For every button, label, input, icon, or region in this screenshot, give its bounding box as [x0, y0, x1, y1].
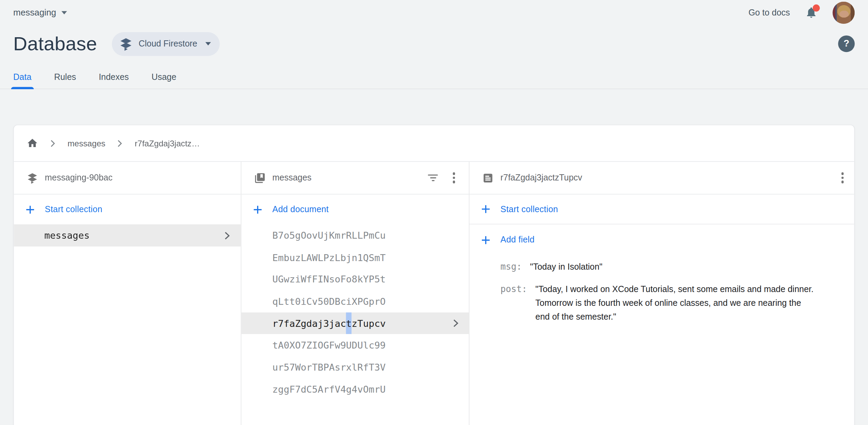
document-list: B7o5gOovUjKmrRLLPmCuEmbuzLAWLPzLbjn1QSmT…	[241, 224, 469, 400]
document-row[interactable]: qLtt0iCv50DBciXPGprO	[241, 290, 469, 312]
document-row[interactable]: ur57WorTBPAsrxlRfT3V	[241, 356, 469, 378]
collection-icon	[254, 172, 266, 184]
collection-panel: messages Add document B7o5gOovUjKmrRLLP	[241, 162, 469, 425]
plus-icon	[481, 235, 490, 245]
account-avatar[interactable]	[833, 1, 855, 23]
topbar: messaging Go to docs	[0, 0, 868, 25]
tab-data[interactable]: Data	[13, 65, 32, 89]
document-id: zTupcv	[352, 312, 386, 334]
document-panel-title: r7faZgdaj3jactzTupcv	[500, 173, 582, 183]
root-panel: messaging-90bac Start collection message…	[14, 162, 241, 425]
add-document-button[interactable]: Add document	[241, 195, 469, 225]
notification-badge	[813, 4, 820, 12]
filter-icon	[428, 174, 438, 182]
breadcrumb-document[interactable]: r7faZgdaj3jactz…	[135, 138, 200, 148]
document-id: qLtt0iCv50DBciXPGprO	[272, 290, 385, 312]
start-collection-button[interactable]: Start collection	[14, 195, 241, 225]
document-id: UGwziWfFINsoFo8kYP5t	[272, 268, 385, 290]
document-row[interactable]: zggF7dC5ArfV4g4vOmrU	[241, 378, 469, 400]
project-name: messaging	[13, 8, 56, 18]
document-id: r7faZgdaj3jac	[272, 312, 346, 334]
help-button[interactable]: ?	[838, 35, 855, 52]
firestore-data-card: messages r7faZgdaj3jactz… messaging-90ba…	[13, 125, 855, 425]
firestore-database-icon	[27, 172, 38, 184]
collection-panel-title: messages	[272, 173, 311, 183]
plus-icon	[253, 205, 262, 214]
plus-icon	[481, 205, 490, 214]
product-selector[interactable]: Cloud Firestore	[112, 32, 220, 55]
tab-rules[interactable]: Rules	[54, 65, 76, 89]
page-title: Database	[13, 33, 97, 55]
breadcrumb: messages r7faZgdaj3jactz…	[14, 125, 854, 162]
chevron-down-icon	[205, 42, 211, 45]
database-name: messaging-90bac	[45, 173, 113, 183]
project-switcher[interactable]: messaging	[13, 8, 67, 18]
chevron-right-icon	[452, 312, 459, 334]
breadcrumb-chevron-icon	[50, 139, 55, 147]
document-id: zggF7dC5ArfV4g4vOmrU	[272, 378, 385, 400]
field-key: msg:	[500, 260, 522, 273]
root-panel-header: messaging-90bac	[14, 162, 241, 195]
tab-bar: Data Rules Indexes Usage	[0, 65, 868, 89]
firestore-panels: messaging-90bac Start collection message…	[14, 161, 854, 425]
document-menu-button[interactable]	[835, 170, 850, 185]
document-row[interactable]: r7faZgdaj3jactzTupcv	[241, 312, 469, 334]
document-row[interactable]: UGwziWfFINsoFo8kYP5t	[241, 268, 469, 290]
plus-icon	[25, 205, 35, 214]
document-id: B7o5gOovUjKmrRLLPmCu	[272, 224, 385, 246]
breadcrumb-collection[interactable]: messages	[67, 138, 105, 148]
breadcrumb-chevron-icon	[118, 139, 123, 147]
document-panel: r7faZgdaj3jactzTupcv Start collection	[469, 162, 854, 425]
collection-row-messages[interactable]: messages	[14, 224, 241, 246]
document-row[interactable]: B7o5gOovUjKmrRLLPmCu	[241, 224, 469, 246]
highlighted-character: t	[346, 312, 351, 334]
document-id: EmbuzLAWLPzLbjn1QSmT	[272, 246, 385, 268]
add-field-button[interactable]: Add field	[469, 224, 854, 255]
collection-menu-button[interactable]	[447, 170, 461, 185]
tab-indexes[interactable]: Indexes	[99, 65, 129, 89]
product-selector-label: Cloud Firestore	[139, 39, 197, 49]
document-icon	[482, 172, 494, 184]
field-list: msg: "Today in Isolation" post: "Today, …	[469, 255, 854, 323]
field-row-post[interactable]: post: "Today, I worked on XCode Tutorial…	[500, 282, 843, 324]
document-row[interactable]: tA0XO7ZIOGFw9UDUlc99	[241, 334, 469, 356]
field-key: post:	[500, 282, 527, 296]
collection-panel-header: messages	[241, 162, 469, 195]
chevron-down-icon	[62, 11, 67, 14]
go-to-docs-link[interactable]: Go to docs	[749, 8, 790, 18]
start-collection-button[interactable]: Start collection	[469, 195, 854, 225]
field-row-msg[interactable]: msg: "Today in Isolation"	[500, 260, 843, 273]
field-value: "Today in Isolation"	[530, 260, 602, 273]
topbar-right: Go to docs	[749, 1, 855, 23]
kebab-menu-icon	[453, 173, 455, 183]
field-value: "Today, I worked on XCode Tutorials, sen…	[536, 282, 814, 324]
notifications-button[interactable]	[805, 6, 818, 19]
tab-usage[interactable]: Usage	[151, 65, 176, 89]
document-row[interactable]: EmbuzLAWLPzLbjn1QSmT	[241, 246, 469, 268]
firestore-logo-icon	[119, 37, 133, 51]
home-icon[interactable]	[27, 137, 38, 149]
firebase-console-database-page: messaging Go to docs Database Cloud Fire…	[0, 0, 868, 425]
page-header: Database Cloud Firestore ?	[0, 29, 868, 58]
document-id: ur57WorTBPAsrxlRfT3V	[272, 356, 385, 378]
collection-name: messages	[44, 230, 90, 241]
document-id: tA0XO7ZIOGFw9UDUlc99	[272, 334, 385, 356]
kebab-menu-icon	[841, 173, 844, 183]
chevron-right-icon	[224, 231, 231, 240]
filter-button[interactable]	[426, 170, 440, 185]
document-panel-header: r7faZgdaj3jactzTupcv	[469, 162, 854, 195]
